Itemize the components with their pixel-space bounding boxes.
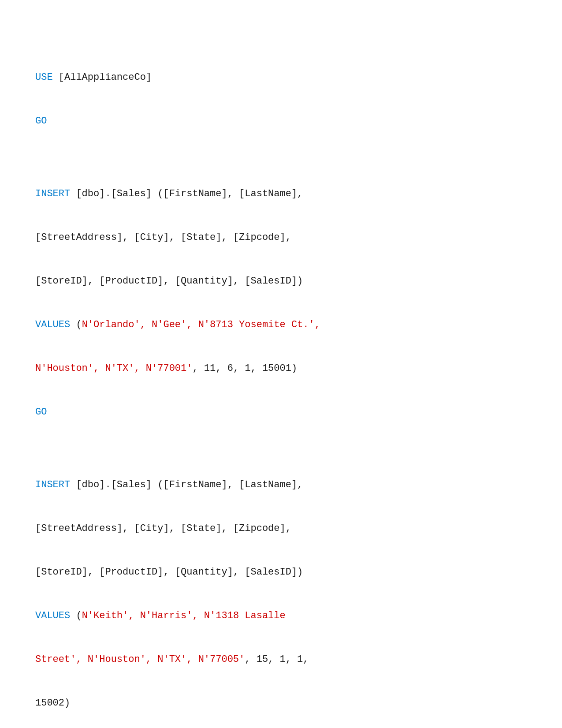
insert2-values1: VALUES (N'Keith', N'Harris', N'1318 Lasa… (35, 609, 527, 623)
insert1-line3: [StoreID], [ProductID], [Quantity], [Sal… (35, 274, 527, 288)
insert1-cols2: [StreetAddress], [City], [State], [Zipco… (35, 232, 291, 243)
insert2-nums2: 15002) (35, 698, 70, 709)
use-line: USE [AllApplianceCo] (35, 70, 527, 85)
keyword-values-1: VALUES (35, 319, 70, 330)
keyword-insert-2: INSERT (35, 479, 70, 490)
insert2-values3: 15002) (35, 696, 527, 710)
keyword-go-2: GO (35, 407, 47, 418)
insert2-data1: N'Keith', N'Harris', N'1318 Lasalle (82, 610, 286, 621)
insert1-cols3: [StoreID], [ProductID], [Quantity], [Sal… (35, 276, 303, 287)
insert1-data2: N'Houston', N'TX', N'77001' (35, 363, 192, 374)
keyword-values-2: VALUES (35, 610, 70, 621)
insert1-nums1: , 11, 6, 1, 15001) (192, 363, 297, 374)
insert1-data1: N'Orlando', N'Gee', N'8713 Yosemite Ct.'… (82, 319, 320, 330)
insert2-nums1: , 15, 1, 1, (245, 654, 309, 665)
insert1-paren1: ( (70, 319, 82, 330)
insert1-values2: N'Houston', N'TX', N'77001', 11, 6, 1, 1… (35, 361, 527, 376)
keyword-go-1: GO (35, 116, 47, 127)
insert2-values2: Street', N'Houston', N'TX', N'77005', 15… (35, 652, 527, 667)
insert2-paren1: ( (70, 610, 82, 621)
insert1-line1: INSERT [dbo].[Sales] ([FirstName], [Last… (35, 187, 527, 201)
insert2-cols1: [dbo].[Sales] ([FirstName], [LastName], (70, 479, 303, 490)
insert2-line1: INSERT [dbo].[Sales] ([FirstName], [Last… (35, 478, 527, 492)
insert2-cols3: [StoreID], [ProductID], [Quantity], [Sal… (35, 567, 303, 578)
insert2-data2: Street', N'Houston', N'TX', N'77005' (35, 654, 245, 665)
insert1-line2: [StreetAddress], [City], [State], [Zipco… (35, 230, 527, 245)
keyword-insert-1: INSERT (35, 188, 70, 199)
sql-code-block: USE [AllApplianceCo] GO INSERT [dbo].[Sa… (35, 26, 527, 728)
insert1-cols1: [dbo].[Sales] ([FirstName], [LastName], (70, 188, 303, 199)
insert2-line2: [StreetAddress], [City], [State], [Zipco… (35, 521, 527, 536)
keyword-use: USE (35, 72, 53, 83)
go-line-1: GO (35, 114, 527, 128)
insert2-line3: [StoreID], [ProductID], [Quantity], [Sal… (35, 565, 527, 579)
insert1-values1: VALUES (N'Orlando', N'Gee', N'8713 Yosem… (35, 317, 527, 332)
go-line-2: GO (35, 405, 527, 419)
use-db: [AllApplianceCo] (53, 72, 152, 83)
insert2-cols2: [StreetAddress], [City], [State], [Zipco… (35, 523, 291, 534)
